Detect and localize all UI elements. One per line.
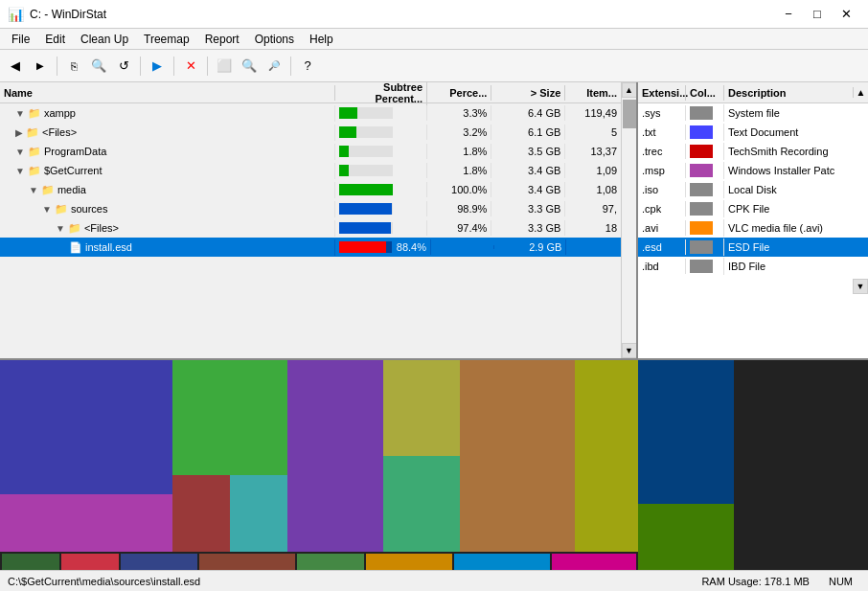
- scroll-up-arrow[interactable]: ▲: [622, 82, 637, 98]
- ext-row[interactable]: .esd ESD File: [638, 238, 868, 257]
- table-row[interactable]: ▼ 📁 media 100.0% 3.4 GB 1,08: [0, 180, 621, 199]
- toolbar-select[interactable]: 🔍: [87, 55, 110, 78]
- ext-row[interactable]: .msp Windows Installer Patc: [638, 161, 868, 180]
- ext-header-desc[interactable]: Description: [724, 85, 853, 101]
- ext-scroll-up[interactable]: ▲: [853, 87, 868, 98]
- row-label: <Files>: [84, 222, 119, 234]
- toolbar-copy[interactable]: ⎘: [62, 55, 85, 78]
- table-row[interactable]: ▼ 📁 $GetCurrent 1.8% 3.4 GB 1,09: [0, 161, 621, 180]
- scroll-down-arrow[interactable]: ▼: [622, 343, 637, 358]
- tree-header-name[interactable]: Name: [0, 85, 335, 101]
- bar-bg: [339, 241, 392, 253]
- row-label: media: [57, 184, 86, 195]
- ext-row[interactable]: .ibd IBD File: [638, 257, 868, 276]
- table-row[interactable]: ▶ 📁 <Files> 3.2% 6.1 GB 5: [0, 123, 621, 142]
- ext-cell-color: [686, 104, 724, 122]
- window-title: C: - WinDirStat: [30, 8, 106, 21]
- ext-header-ext[interactable]: Extensi...: [638, 85, 686, 101]
- menu-report[interactable]: Report: [197, 31, 247, 48]
- tree-cell-pct: 97.4%: [427, 220, 491, 236]
- ext-row[interactable]: .txt Text Document: [638, 123, 868, 142]
- ext-row[interactable]: .cpk CPK File: [638, 199, 868, 218]
- treemap-block[interactable]: [2, 554, 59, 570]
- menu-cleanup[interactable]: Clean Up: [73, 31, 136, 48]
- table-row[interactable]: ▼ 📁 ProgramData 1.8% 3.5 GB 13,37: [0, 142, 621, 161]
- ext-cell-desc: ESD File: [724, 239, 868, 255]
- toolbar-zoom-out[interactable]: 🔎: [263, 55, 286, 78]
- toolbar-refresh[interactable]: ↺: [112, 55, 135, 78]
- menu-edit[interactable]: Edit: [37, 31, 73, 48]
- tree-cell-pct: 1.8%: [427, 163, 491, 178]
- menu-file[interactable]: File: [4, 31, 37, 48]
- scroll-thumb[interactable]: [623, 100, 636, 128]
- expand-icon[interactable]: ▼: [15, 108, 25, 119]
- treemap-block[interactable]: [638, 504, 734, 570]
- tree-header-size[interactable]: > Size: [491, 85, 565, 101]
- ext-scroll-down[interactable]: ▼: [853, 279, 868, 294]
- folder-icon: 📁: [28, 146, 41, 158]
- tree-cell-name: ▼ 📁 <Files>: [0, 220, 335, 237]
- treemap-block[interactable]: [366, 554, 452, 570]
- tree-cell-bar: [335, 125, 427, 140]
- ext-cell-color: [686, 239, 724, 256]
- treemap-block[interactable]: [172, 360, 287, 475]
- treemap-block[interactable]: [61, 554, 119, 570]
- tree-cell-size: 3.5 GB: [491, 144, 565, 159]
- table-row[interactable]: 📄 install.esd 88.4% 2.9 GB: [0, 238, 621, 257]
- treemap-block[interactable]: [454, 554, 550, 570]
- tree-cell-size: 3.4 GB: [491, 182, 565, 197]
- toolbar-empty[interactable]: ⬜: [213, 55, 236, 78]
- treemap-block[interactable]: [460, 360, 575, 552]
- tree-scrollbar[interactable]: ▲ ▼: [621, 82, 636, 358]
- tree-header-pct[interactable]: Perce...: [427, 85, 491, 101]
- tree-cell-pct: 3.3%: [427, 105, 491, 121]
- expand-icon[interactable]: ▼: [42, 204, 52, 215]
- treemap-block[interactable]: [121, 554, 197, 570]
- ext-row[interactable]: .avi VLC media file (.avi): [638, 218, 868, 238]
- ext-header-color[interactable]: Col...: [686, 85, 724, 101]
- expand-icon[interactable]: ▼: [56, 223, 65, 234]
- toolbar-play[interactable]: ▶: [146, 55, 169, 78]
- treemap-area[interactable]: Open Enter Copy Path Ctrl+C Explorer Her…: [0, 360, 868, 570]
- treemap-block[interactable]: [199, 554, 295, 570]
- expand-icon[interactable]: ▶: [15, 127, 23, 138]
- expand-icon[interactable]: ▼: [15, 166, 25, 176]
- toolbar-stop[interactable]: ✕: [179, 55, 202, 78]
- expand-icon[interactable]: ▼: [15, 147, 25, 157]
- ext-row[interactable]: .sys System file: [638, 103, 868, 123]
- ext-cell-desc: VLC media file (.avi): [724, 220, 868, 236]
- treemap-block[interactable]: [383, 456, 460, 552]
- ext-row[interactable]: .trec TechSmith Recording: [638, 142, 868, 161]
- menu-help[interactable]: Help: [302, 31, 341, 48]
- treemap-block[interactable]: [638, 360, 734, 504]
- treemap-block[interactable]: [172, 475, 230, 552]
- ext-row[interactable]: .iso Local Disk: [638, 180, 868, 199]
- ext-cell-ext: .ibd: [638, 259, 686, 274]
- tree-header-items[interactable]: Item...: [565, 85, 621, 101]
- maximize-button[interactable]: □: [803, 5, 832, 24]
- toolbar-back[interactable]: ◀: [4, 55, 27, 78]
- table-row[interactable]: ▼ 📁 <Files> 97.4% 3.3 GB 18: [0, 218, 621, 238]
- tree-header-subtree[interactable]: Subtree Percent...: [335, 82, 427, 106]
- toolbar-zoom-in[interactable]: 🔍: [238, 55, 261, 78]
- close-button[interactable]: ✕: [832, 5, 860, 24]
- toolbar-forward[interactable]: ▶: [29, 55, 52, 78]
- treemap-block[interactable]: [287, 360, 383, 552]
- toolbar-help[interactable]: ?: [296, 55, 319, 78]
- tree-cell-size: 6.1 GB: [491, 125, 565, 140]
- treemap-block[interactable]: [552, 554, 636, 570]
- menu-treemap[interactable]: Treemap: [136, 31, 197, 48]
- tree-cell-name: ▶ 📁 <Files>: [0, 125, 335, 141]
- menu-options[interactable]: Options: [247, 31, 302, 48]
- expand-icon[interactable]: ▼: [29, 185, 38, 195]
- treemap-block[interactable]: [383, 360, 460, 456]
- table-row[interactable]: ▼ 📁 xampp 3.3% 6.4 GB 119,49: [0, 103, 621, 123]
- treemap-block[interactable]: [230, 475, 287, 552]
- table-row[interactable]: ▼ 📁 sources 98.9% 3.3 GB 97,: [0, 199, 621, 218]
- tree-cell-bar: [335, 144, 427, 159]
- minimize-button[interactable]: −: [774, 5, 803, 24]
- treemap-block[interactable]: [575, 360, 638, 552]
- ram-label: RAM Usage:: [701, 576, 761, 587]
- treemap-block[interactable]: [0, 360, 172, 494]
- treemap-block[interactable]: [297, 554, 364, 570]
